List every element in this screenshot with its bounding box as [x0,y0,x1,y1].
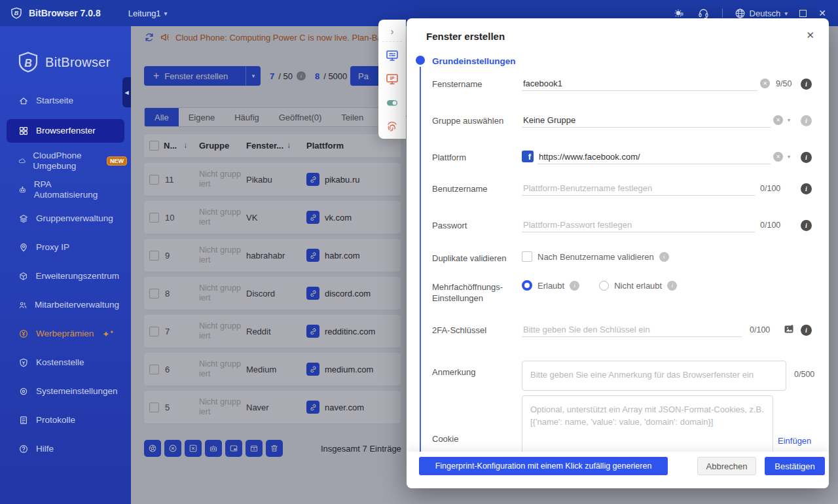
line-selector[interactable]: Leitung1 ▾ [128,9,168,18]
radio-allowed[interactable] [522,280,532,291]
home-icon [18,96,29,106]
cube-icon [18,271,28,281]
char-counter: 9/50 [776,79,792,88]
field-password: Passwort 0/100 i [407,220,829,240]
maximize-button[interactable] [799,10,807,17]
sparkle-icon: ✦✦ [102,329,114,339]
sidebar-item-hilfe[interactable]: Hilfe [7,439,124,459]
info-icon[interactable]: i [801,220,812,231]
note-textarea[interactable] [522,361,786,391]
info-icon[interactable]: i [801,183,812,194]
field-platform: Plattform f ✕ ▾ i [407,152,829,171]
window-name-input[interactable] [522,77,757,91]
field-note: Anmerkung 0/500 [407,367,829,386]
section-title: Grundeinstellungen [432,56,516,66]
info-icon[interactable]: i [570,281,579,291]
new-badge: NEW [107,156,127,166]
people-icon [18,300,27,310]
chevron-down-icon[interactable]: ▾ [788,154,790,160]
field-group: Gruppe auswählen ✕ ▾ i [407,115,829,135]
globe-icon [735,8,746,19]
facebook-icon: f [522,151,534,162]
sidebar-item-werbepraemien[interactable]: Werbeprämien ✦✦ [7,323,124,344]
cancel-button[interactable]: Abbrechen [697,457,756,475]
document-icon [18,415,29,425]
sidebar-item-erweiterungszentrum[interactable]: Erweiterungszentrum [7,266,124,287]
info-icon[interactable]: i [801,152,812,163]
sidebar: B BitBrowser ◀ Startseite Browserfenster… [0,26,131,504]
clear-icon[interactable]: ✕ [773,152,783,162]
image-upload-icon[interactable] [784,324,795,335]
sidebar-item-browserfenster[interactable]: Browserfenster [7,119,124,143]
twofa-input[interactable] [522,323,742,337]
info-icon[interactable]: i [659,252,669,262]
ip-monitor-icon[interactable]: IP [385,72,399,86]
validate-username-checkbox[interactable] [522,251,532,262]
svg-text:B: B [24,58,32,69]
info-icon[interactable]: i [801,325,812,336]
grid-icon [18,126,29,136]
brand-shield-icon: B [17,51,39,73]
toggle-icon[interactable] [385,96,399,110]
field-window-name: Fenstername ✕ 9/50 i [407,79,829,98]
field-2fa: 2FA-Schlüssel 0/100 i [407,325,829,344]
quick-panel: › IP [378,20,406,139]
clear-icon[interactable]: ✕ [760,79,770,88]
app-title: BitBrowser 7.0.8 [29,8,101,18]
modal-title: Fenster erstellen [426,31,505,42]
field-multiopen: Mehrfachöffnungs-Einstellungen Erlaubt i… [407,281,829,301]
window-close-button[interactable]: ✕ [818,9,826,18]
sidebar-item-systemeinstellungen[interactable]: Systemeinstellungen [7,381,124,402]
info-icon[interactable]: i [667,281,677,291]
question-icon [18,444,29,454]
modal-close-icon[interactable]: ✕ [806,29,814,41]
step-indicator-dot [416,56,425,65]
svg-text:B: B [14,10,19,16]
fingerprint-icon[interactable] [385,119,399,134]
info-icon[interactable]: i [801,79,812,90]
sidebar-item-cloudphone[interactable]: CloudPhone Umgebung NEW [7,151,105,171]
group-select[interactable] [522,113,771,128]
theme-icon[interactable] [672,7,685,20]
cloud-icon [18,156,26,166]
app-logo-icon: B [10,7,22,19]
platform-url-input[interactable] [537,150,771,164]
modal-footer: Fingerprint-Konfiguration mit einem Klic… [407,452,829,488]
display-settings-icon[interactable] [385,48,399,63]
paste-link[interactable]: Einfügen [778,436,811,446]
support-headset-icon[interactable] [697,7,710,20]
sidebar-nav: Startseite Browserfenster CloudPhone Umg… [0,81,131,459]
divider [382,41,402,42]
char-counter: 0/100 [750,325,770,334]
gear-icon [18,386,29,397]
location-pin-icon [18,242,29,253]
language-selector[interactable]: Deutsch ▾ [735,8,788,19]
sidebar-item-proxy-ip[interactable]: Proxy IP [7,237,124,258]
sidebar-item-gruppenverwaltung[interactable]: Gruppenverwaltung [7,208,124,229]
sidebar-item-mitarbeiterverwaltung[interactable]: Mitarbeiterverwaltung [7,295,124,315]
sidebar-item-protokolle[interactable]: Protokolle [7,410,124,431]
sidebar-item-kostenstelle[interactable]: Kostenstelle [7,352,124,373]
info-icon[interactable]: i [801,115,812,126]
clear-icon[interactable]: ✕ [773,115,783,125]
radio-not-allowed[interactable] [599,281,609,291]
password-input[interactable] [522,218,755,232]
create-window-modal: Fenster erstellen ✕ Grundeinstellungen F… [407,18,829,488]
robot-icon [18,185,27,195]
svg-text:IP: IP [390,76,395,81]
char-counter: 0/100 [760,221,780,230]
confirm-button[interactable]: Bestätigen [765,457,825,475]
collapse-panel-chevron[interactable]: › [378,24,406,39]
sidebar-item-startseite[interactable]: Startseite [7,90,124,111]
layers-icon [18,213,29,224]
char-counter: 0/500 [794,370,814,379]
username-input[interactable] [522,181,755,196]
coin-yuan-icon [18,329,29,339]
fingerprint-generate-button[interactable]: Fingerprint-Konfiguration mit einem Klic… [419,457,668,475]
divider [722,9,723,18]
field-duplicate-validation: Duplikate validieren Nach Benutzername v… [407,253,829,272]
sidebar-item-rpa[interactable]: RPA Automatisierung [7,179,105,200]
chevron-down-icon[interactable]: ▾ [788,117,790,123]
chevron-down-icon: ▾ [784,10,788,17]
chevron-down-icon: ▾ [164,10,168,17]
